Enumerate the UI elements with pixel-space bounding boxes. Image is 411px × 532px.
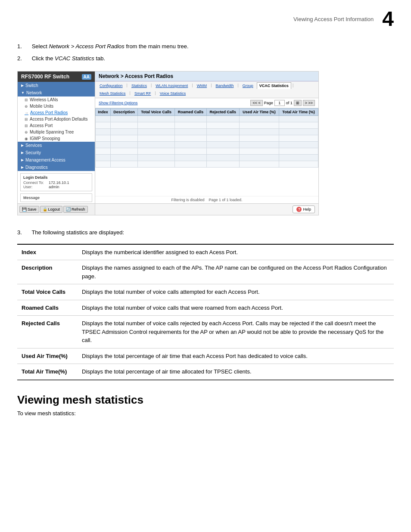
logo-aa: AA xyxy=(82,74,91,80)
connect-label: Connect To: xyxy=(23,180,47,185)
col-roamed-calls: Roamed Calls xyxy=(175,109,207,116)
sidebar-item-wireless-lans[interactable]: ⊞ Wireless LANs xyxy=(18,96,95,103)
step-3-number: 3. xyxy=(17,228,30,237)
save-label: Save xyxy=(28,207,37,212)
login-details-title: Login Details xyxy=(23,175,89,180)
login-details: Login Details Connect To: 172.16.10.1 Us… xyxy=(20,173,92,191)
tab-wmm[interactable]: WMM xyxy=(194,82,210,89)
sidebar-item-access-port-radios[interactable]: → Access Port Radios xyxy=(18,109,95,116)
logout-label: Logout xyxy=(48,207,60,212)
page-status: Page 1 of 1 loaded. xyxy=(209,198,242,202)
sidebar-item-igmp[interactable]: ◉ IGMP Snooping xyxy=(18,135,95,142)
step-2-italic: VCAC Statistics xyxy=(55,55,94,62)
access-port-defaults-icon: ⊞ xyxy=(25,117,28,121)
logout-button[interactable]: 🔒 Logout xyxy=(40,206,63,213)
col-index: Index xyxy=(96,109,111,116)
sidebar-group-diagnostics[interactable]: Diagnostics xyxy=(18,164,95,171)
table-header: Index Description Total Voice Calls Roam… xyxy=(96,109,318,116)
sidebar-item-mobile-units[interactable]: ⊕ Mobile Units xyxy=(18,103,95,109)
tab-bandwidth[interactable]: Bandwidth xyxy=(213,82,236,89)
stats-field: Index xyxy=(17,244,78,260)
step-2-text-before: Click the xyxy=(32,55,55,62)
stats-description: Displays the names assigned to each of t… xyxy=(78,260,394,284)
page-nav: << < Page of 1 ⊞ > >> xyxy=(250,100,315,106)
sidebar-item-spanning-tree[interactable]: ⊕ Multiple Spanning Tree xyxy=(18,129,95,135)
refresh-label: Refresh xyxy=(72,207,85,212)
table-container: Index Description Total Voice Calls Roam… xyxy=(95,108,318,196)
sidebar-group-management[interactable]: Management Access xyxy=(18,156,95,164)
step-2-number: 2. xyxy=(17,54,30,63)
message-section: Message xyxy=(20,193,92,202)
sidebar-item-label-apr: Access Port Radios xyxy=(30,110,68,115)
step-1-number: 1. xyxy=(17,42,30,51)
table-row xyxy=(96,148,318,155)
tab-configuration[interactable]: Configuration xyxy=(97,82,125,89)
sidebar-group-security[interactable]: Security xyxy=(18,149,95,156)
tab-wlan-assignment[interactable]: WLAN Assignment xyxy=(153,82,190,89)
col-total-air-time: Total Air Time (%) xyxy=(279,109,318,116)
sort-icon: ⊞ xyxy=(296,101,299,105)
prev-prev-button[interactable]: << < xyxy=(250,100,262,106)
table-row xyxy=(96,161,318,168)
user-value: admin xyxy=(49,185,59,189)
stats-row: IndexDisplays the numberical identifier … xyxy=(17,244,394,260)
step-1-text-before: Select xyxy=(32,43,49,50)
sidebar-item-access-port[interactable]: ⊞ Access Port xyxy=(18,122,95,129)
screenshot: RFS7000 RF Switch AA Switch Network ⊞ Wi… xyxy=(17,71,319,215)
step-2-text-after: tab. xyxy=(96,55,105,62)
tab-vcac-statistics[interactable]: VCAC Statistics xyxy=(257,82,291,89)
help-button[interactable]: ? Help xyxy=(293,205,315,213)
steps-list: 1. Select Network > Access Port Radios f… xyxy=(17,42,394,62)
tab-group[interactable]: Group xyxy=(240,82,256,89)
table-row xyxy=(96,129,318,135)
main-content: Network > Access Port Radios Configurati… xyxy=(95,72,318,215)
tab-smart-rf[interactable]: Smart RF xyxy=(132,90,154,97)
stats-field: Used Air Time(%) xyxy=(17,348,78,364)
of-label: of 1 xyxy=(286,101,293,105)
sidebar-group-services[interactable]: Services xyxy=(18,142,95,149)
stats-row: Total Air Time(%)Displays the total perc… xyxy=(17,364,394,380)
spanning-tree-icon: ⊕ xyxy=(25,130,28,134)
connect-row: Connect To: 172.16.10.1 xyxy=(23,180,89,185)
sep-8: | xyxy=(154,90,156,97)
device-name: RFS7000 RF Switch xyxy=(21,74,69,80)
sidebar-group-network[interactable]: Network xyxy=(18,89,95,96)
page-input[interactable] xyxy=(274,100,285,106)
step-2: 2. Click the VCAC Statistics tab. xyxy=(17,54,394,63)
table-row xyxy=(96,142,318,148)
chapter-title: Viewing Access Port Information xyxy=(293,16,374,22)
stats-description: Displays the total percentage of air tim… xyxy=(78,348,394,364)
filtering-status: Filtering is disabled xyxy=(171,198,204,202)
table-body xyxy=(96,116,318,168)
table-row xyxy=(96,155,318,161)
sidebar-item-access-port-defaults[interactable]: ⊞ Access Port Adoption Defaults xyxy=(18,116,95,122)
step-3-label: The following statistics are displayed: xyxy=(31,229,124,236)
sidebar-item-label-wireless: Wireless LANs xyxy=(30,97,58,102)
next-next-button[interactable]: > >> xyxy=(303,100,315,106)
save-button[interactable]: 💾 Save xyxy=(19,206,39,213)
sidebar-group-switch[interactable]: Switch xyxy=(18,82,95,89)
col-description: Description xyxy=(111,109,138,116)
refresh-button[interactable]: 🔄 Refresh xyxy=(63,206,88,213)
next-button-icon[interactable]: ⊞ xyxy=(294,100,302,106)
show-filtering-options[interactable]: Show Filtering Options xyxy=(99,101,138,105)
help-icon: ? xyxy=(296,207,302,212)
sep-2: | xyxy=(150,82,152,89)
stats-description: Displays the total number of voice calls… xyxy=(78,316,394,348)
step-1-italic: Network > Access Port Radios xyxy=(49,43,124,50)
step-1-text-after: from the main menu tree. xyxy=(126,43,188,50)
tab-statistics[interactable]: Statistics xyxy=(129,82,149,89)
sidebar-nav: Switch Network ⊞ Wireless LANs ⊕ Mobile … xyxy=(18,82,95,171)
col-total-voice-calls: Total Voice Calls xyxy=(138,109,175,116)
tab-mesh-statistics[interactable]: Mesh Statistics xyxy=(97,90,128,97)
tabs-bar: Configuration | Statistics | WLAN Assign… xyxy=(95,81,318,98)
step-3: 3. The following statistics are displaye… xyxy=(17,228,394,237)
stats-tbody: IndexDisplays the numberical identifier … xyxy=(17,244,394,380)
wireless-lans-icon: ⊞ xyxy=(25,98,28,102)
sidebar: RFS7000 RF Switch AA Switch Network ⊞ Wi… xyxy=(18,72,95,215)
sep-3: | xyxy=(191,82,193,89)
save-icon: 💾 xyxy=(22,207,27,212)
tab-voice-statistics[interactable]: Voice Statistics xyxy=(157,90,189,97)
col-used-air-time: Used Air Time (%) xyxy=(239,109,279,116)
col-rejected-calls: Rejected Calls xyxy=(206,109,239,116)
